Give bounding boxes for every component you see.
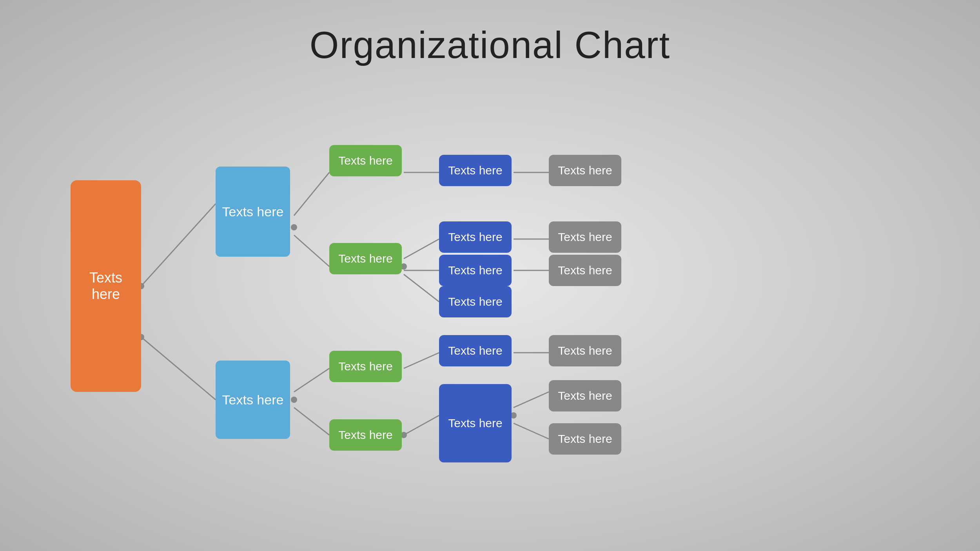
node-branch2: Texts here [216,361,290,439]
node-b2g2d1r2: Texts here [549,423,621,455]
node-b1g2d3: Texts here [439,286,512,317]
svg-line-10 [404,353,439,368]
svg-line-0 [141,204,216,286]
chart-area: Texts here Texts here Texts here Texts h… [63,94,917,520]
svg-line-3 [294,235,329,266]
node-b2g1d1r1: Texts here [549,335,621,366]
node-b2g1: Texts here [329,351,402,382]
svg-line-2 [294,172,329,216]
node-b1g1d1r1: Texts here [549,155,621,186]
node-b2g2d1r1: Texts here [549,380,621,411]
node-b1g1: Texts here [329,145,402,176]
node-b1g2d2r1: Texts here [549,255,621,286]
node-b1g2d1: Texts here [439,221,512,253]
svg-line-1 [141,337,216,400]
node-b2g2d1: Texts here [439,384,512,462]
node-branch1: Texts here [216,167,290,257]
svg-point-20 [291,224,297,230]
svg-line-9 [404,274,439,302]
svg-line-17 [514,423,549,439]
svg-line-11 [404,415,439,435]
node-root: Texts here [71,180,141,392]
node-b1g2d2: Texts here [439,255,512,286]
svg-point-21 [291,397,297,403]
svg-line-7 [404,239,439,259]
node-b2g1d1: Texts here [439,335,512,366]
node-b1g2d1r1: Texts here [549,221,621,253]
svg-line-16 [514,392,549,408]
node-b1g1d1: Texts here [439,155,512,186]
svg-line-4 [294,368,329,392]
node-b1g2: Texts here [329,243,402,274]
node-b2g2: Texts here [329,419,402,451]
page-title: Organizational Chart [0,0,980,67]
svg-line-5 [294,408,329,435]
